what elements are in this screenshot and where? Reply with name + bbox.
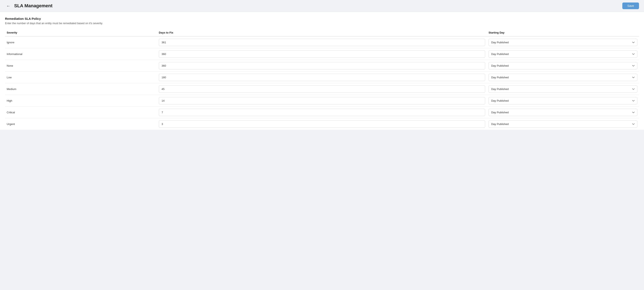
table-row: NoneDay PublishedDay DetectedDay Assigne…: [5, 60, 639, 72]
starting-day-select[interactable]: Day PublishedDay DetectedDay Assigned: [488, 120, 637, 128]
severity-cell: Critical: [5, 107, 157, 118]
table-row: MediumDay PublishedDay DetectedDay Assig…: [5, 83, 639, 95]
severity-cell: Medium: [5, 83, 157, 95]
table-row: CriticalDay PublishedDay DetectedDay Ass…: [5, 107, 639, 118]
starting-day-select[interactable]: Day PublishedDay DetectedDay Assigned: [488, 74, 637, 81]
days-to-fix-cell: [157, 36, 487, 48]
back-icon: ←: [6, 4, 10, 8]
severity-cell: Low: [5, 72, 157, 83]
starting-day-cell: Day PublishedDay DetectedDay Assigned: [487, 60, 639, 72]
col-header-starting-day: Starting Day: [487, 29, 639, 36]
starting-day-cell: Day PublishedDay DetectedDay Assigned: [487, 107, 639, 118]
severity-cell: Informational: [5, 48, 157, 60]
starting-day-select[interactable]: Day PublishedDay DetectedDay Assigned: [488, 86, 637, 93]
severity-label: High: [7, 99, 12, 102]
severity-cell: None: [5, 60, 157, 72]
severity-label: Informational: [7, 52, 22, 56]
table-row: InformationalDay PublishedDay DetectedDa…: [5, 48, 639, 60]
starting-day-select[interactable]: Day PublishedDay DetectedDay Assigned: [488, 39, 637, 46]
severity-label: Critical: [7, 111, 15, 114]
days-to-fix-cell: [157, 72, 487, 83]
severity-label: None: [7, 64, 13, 67]
save-button[interactable]: Save: [622, 2, 639, 9]
days-to-fix-input[interactable]: [159, 39, 485, 46]
table-header-row: Severity Days to Fix Starting Day: [5, 29, 639, 36]
section-title: Remediation SLA Policy: [5, 17, 639, 20]
page-header: ← SLA Management Save: [0, 0, 644, 12]
days-to-fix-input[interactable]: [159, 50, 485, 58]
main-content: Remediation SLA Policy Enter the number …: [0, 12, 644, 130]
starting-day-cell: Day PublishedDay DetectedDay Assigned: [487, 72, 639, 83]
days-to-fix-input[interactable]: [159, 97, 485, 104]
header-left: ← SLA Management: [5, 2, 52, 9]
days-to-fix-cell: [157, 60, 487, 72]
table-row: UrgentDay PublishedDay DetectedDay Assig…: [5, 118, 639, 130]
severity-label: Low: [7, 76, 12, 79]
col-header-severity: Severity: [5, 29, 157, 36]
severity-cell: Urgent: [5, 118, 157, 130]
days-to-fix-input[interactable]: [159, 74, 485, 81]
days-to-fix-input[interactable]: [159, 62, 485, 70]
days-to-fix-cell: [157, 107, 487, 118]
back-button[interactable]: ←: [5, 2, 12, 9]
days-to-fix-input[interactable]: [159, 109, 485, 116]
severity-cell: Ignore: [5, 36, 157, 48]
starting-day-cell: Day PublishedDay DetectedDay Assigned: [487, 95, 639, 107]
starting-day-cell: Day PublishedDay DetectedDay Assigned: [487, 36, 639, 48]
days-to-fix-cell: [157, 118, 487, 130]
starting-day-select[interactable]: Day PublishedDay DetectedDay Assigned: [488, 109, 637, 116]
starting-day-select[interactable]: Day PublishedDay DetectedDay Assigned: [488, 97, 637, 104]
table-row: IgnoreDay PublishedDay DetectedDay Assig…: [5, 36, 639, 48]
severity-label: Medium: [7, 88, 16, 90]
starting-day-select[interactable]: Day PublishedDay DetectedDay Assigned: [488, 50, 637, 58]
starting-day-cell: Day PublishedDay DetectedDay Assigned: [487, 118, 639, 130]
days-to-fix-cell: [157, 48, 487, 60]
severity-label: Ignore: [7, 41, 14, 44]
severity-label: Urgent: [7, 122, 15, 126]
page-title: SLA Management: [14, 3, 52, 8]
starting-day-select[interactable]: Day PublishedDay DetectedDay Assigned: [488, 62, 637, 70]
days-to-fix-cell: [157, 83, 487, 95]
starting-day-cell: Day PublishedDay DetectedDay Assigned: [487, 48, 639, 60]
days-to-fix-input[interactable]: [159, 86, 485, 93]
table-row: HighDay PublishedDay DetectedDay Assigne…: [5, 95, 639, 107]
starting-day-cell: Day PublishedDay DetectedDay Assigned: [487, 83, 639, 95]
days-to-fix-input[interactable]: [159, 120, 485, 128]
severity-cell: High: [5, 95, 157, 107]
days-to-fix-cell: [157, 95, 487, 107]
section-description: Enter the number of days that an entity …: [5, 22, 639, 25]
sla-table: Severity Days to Fix Starting Day Ignore…: [5, 29, 639, 130]
table-row: LowDay PublishedDay DetectedDay Assigned: [5, 72, 639, 83]
col-header-days-to-fix: Days to Fix: [157, 29, 487, 36]
